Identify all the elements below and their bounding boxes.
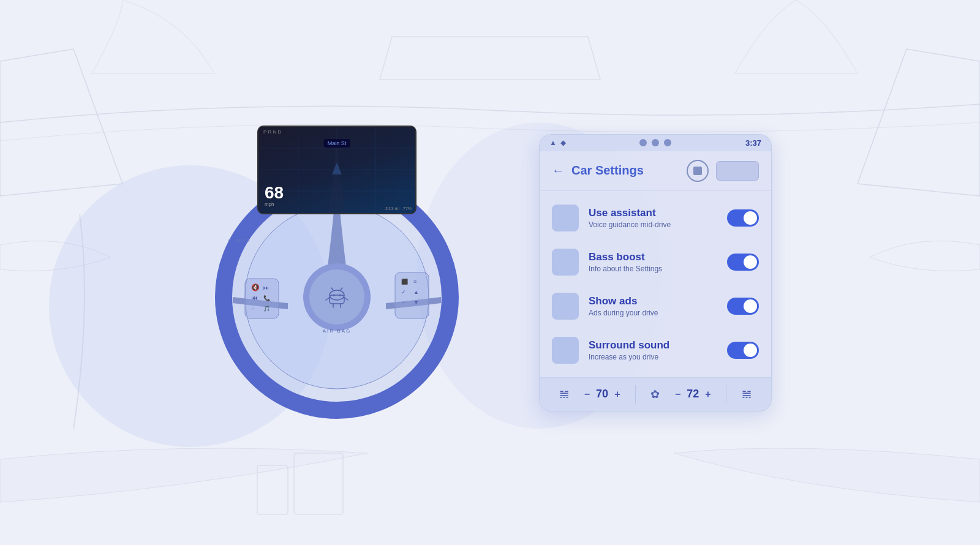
climate-zone-center: ✿ [650,388,660,401]
temp-right-plus[interactable]: + [705,389,710,400]
svg-text:−: − [251,306,254,312]
settings-list: Use assistant Voice guidance mid-drive B… [540,191,771,377]
phone-hud: P R N D [263,129,281,135]
svg-text:⏭: ⏭ [263,285,269,291]
signal-icon: ▲ [549,138,557,147]
toggle-surround-sound[interactable] [727,342,759,359]
header-extra-button[interactable] [716,161,759,181]
svg-text:▼: ▼ [413,299,419,306]
nav-dot-1 [639,139,647,146]
climate-control-left: − 70 + [584,388,620,400]
temp-right-value: 72 [687,388,699,400]
stop-icon [693,167,702,175]
svg-point-16 [309,269,364,325]
status-time: 3:37 [745,138,761,148]
setting-title-show-ads: Show ads [589,295,717,307]
svg-text:AIR BAG: AIR BAG [323,328,351,334]
climate-zone-left: 𝌣 [559,388,569,401]
setting-desc-show-ads: Ads during your drive [589,309,717,317]
tablet-header: ← Car Settings [540,151,771,191]
toggle-show-ads[interactable] [727,298,759,315]
status-icons: ▲ ◆ [549,138,566,147]
toggle-knob-bass-boost [744,255,757,269]
svg-text:≡: ≡ [413,279,417,285]
fan-icon: ✿ [650,388,660,401]
temp-left-plus[interactable]: + [614,389,620,400]
temp-right-minus[interactable]: − [675,389,680,400]
setting-text-use-assistant: Use assistant Voice guidance mid-drive [589,207,717,229]
setting-icon-bass-boost [552,249,579,276]
status-bar: ▲ ◆ 3:37 [540,135,771,151]
svg-text:⏮: ⏮ [251,294,258,301]
setting-icon-surround-sound [552,337,579,364]
svg-text:⬛: ⬛ [401,278,409,285]
svg-text:▲: ▲ [413,289,419,295]
tablet-panel: ▲ ◆ 3:37 ← Car Settings [539,134,772,412]
heat-right-icon: 𝌣 [742,388,752,401]
setting-use-assistant: Use assistant Voice guidance mid-drive [540,196,771,240]
svg-text:R N D: R N D [236,238,250,243]
svg-point-19 [333,295,335,296]
svg-text:✓: ✓ [401,289,406,295]
toggle-use-assistant[interactable] [727,209,759,227]
svg-text:P: P [228,238,231,243]
setting-icon-show-ads [552,293,579,320]
svg-text:←: ← [401,299,407,306]
setting-text-bass-boost: Bass boost Info about the Settings [589,251,717,273]
svg-text:📞: 📞 [263,295,271,302]
setting-title-surround-sound: Surround sound [589,339,717,351]
climate-separator-2 [726,385,726,404]
setting-title-bass-boost: Bass boost [589,251,717,263]
toggle-knob-show-ads [744,299,757,313]
toggle-bass-boost[interactable] [727,254,759,271]
steering-wheel-container: P R N D Main St 68 mph 24.3 mi 77% [208,144,466,401]
svg-text:🔇: 🔇 [251,283,260,291]
svg-point-20 [339,295,341,296]
speed-display: 68 mph [265,184,284,207]
stop-button[interactable] [687,160,709,182]
svg-rect-35 [395,272,429,318]
climate-control-right: − 72 + [675,388,711,400]
nav-street: Main St [324,139,350,148]
phone-display: P R N D Main St 68 mph 24.3 mi 77% [257,126,417,214]
setting-desc-bass-boost: Info about the Settings [589,265,717,273]
heat-left-icon: 𝌣 [559,388,569,401]
climate-bar: 𝌣 − 70 + ✿ − 72 + 𝌣 [540,377,771,411]
temp-left-value: 70 [596,388,608,400]
setting-title-use-assistant: Use assistant [589,207,717,219]
back-button[interactable]: ← [552,164,564,178]
climate-zone-right: 𝌣 [742,388,752,401]
setting-icon-use-assistant [552,205,579,231]
nav-dot-2 [652,139,659,146]
header-title: Car Settings [571,164,679,178]
svg-marker-11 [332,162,342,174]
nav-dot-3 [664,139,671,146]
toggle-knob-surround-sound [744,344,757,357]
setting-desc-surround-sound: Increase as you drive [589,353,717,361]
svg-text:🎵: 🎵 [263,305,271,312]
setting-text-surround-sound: Surround sound Increase as you drive [589,339,717,361]
wifi-icon: ◆ [560,138,566,147]
setting-surround-sound: Surround sound Increase as you drive [540,328,771,372]
setting-bass-boost: Bass boost Info about the Settings [540,240,771,284]
setting-desc-use-assistant: Voice guidance mid-drive [589,220,717,229]
toggle-knob-use-assistant [744,211,757,225]
svg-rect-28 [245,279,279,318]
climate-separator [635,385,636,404]
setting-text-show-ads: Show ads Ads during your drive [589,295,717,317]
setting-show-ads: Show ads Ads during your drive [540,284,771,328]
temp-left-minus[interactable]: − [584,389,590,400]
